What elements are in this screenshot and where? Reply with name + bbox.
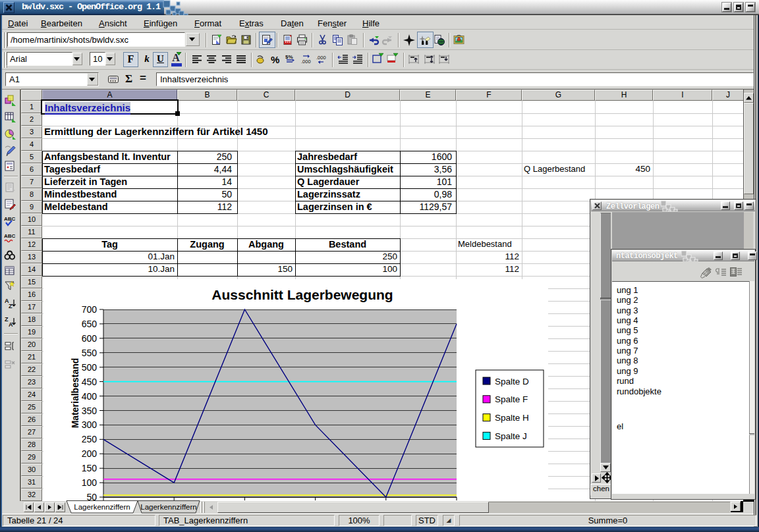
svg-text:700: 700 — [82, 304, 98, 315]
svg-text:250: 250 — [82, 434, 98, 444]
svg-text:400: 400 — [82, 391, 98, 402]
svg-text:Ausschnitt Lagerbewegung: Ausschnitt Lagerbewegung — [211, 287, 393, 302]
svg-text:50: 50 — [86, 492, 97, 501]
svg-text:200: 200 — [82, 448, 98, 459]
svg-text:Lagerkennziffern: Lagerkennziffern — [74, 503, 130, 511]
svg-text:Spalte F: Spalte F — [495, 394, 528, 404]
svg-text:Spalte H: Spalte H — [495, 413, 529, 423]
svg-text:Lagerkennziffern: Lagerkennziffern — [140, 503, 196, 511]
svg-text:Spalte J: Spalte J — [495, 431, 527, 441]
svg-text:300: 300 — [82, 419, 98, 430]
svg-text:Z: Z — [9, 303, 13, 309]
svg-text:.000: .000 — [316, 55, 326, 61]
svg-text:.000: .000 — [301, 59, 311, 65]
svg-text:150: 150 — [82, 463, 98, 473]
svg-text:450: 450 — [82, 377, 98, 387]
svg-text:500: 500 — [82, 362, 98, 373]
svg-text:ABC: ABC — [4, 216, 16, 222]
svg-text:$%: $% — [285, 54, 293, 60]
svg-text:600: 600 — [82, 333, 98, 344]
svg-text:100: 100 — [82, 477, 98, 488]
svg-text:650: 650 — [82, 319, 98, 329]
svg-text:350: 350 — [82, 406, 98, 416]
svg-text:Materialbestand: Materialbestand — [70, 358, 80, 429]
svg-text:550: 550 — [82, 348, 98, 358]
svg-text:Spalte D: Spalte D — [495, 377, 529, 386]
svg-text:ABC: ABC — [4, 233, 16, 239]
svg-text:A: A — [9, 321, 13, 328]
